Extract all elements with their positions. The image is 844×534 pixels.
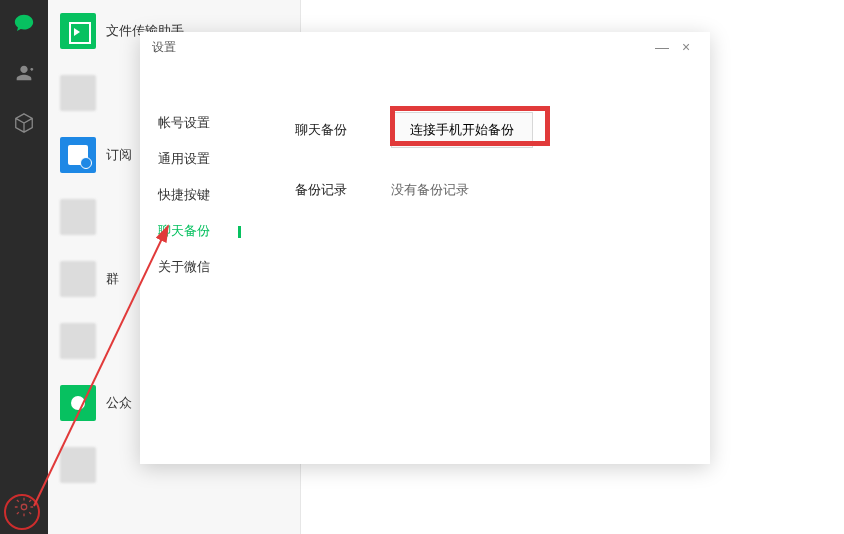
panel-row-backup: 聊天备份 连接手机开始备份 [295,112,710,148]
nav-rail [0,0,48,534]
avatar-blurred [60,199,96,235]
settings-dialog: 设置 — × 帐号设置 通用设置 快捷按键 聊天备份 关于微信 聊天备份 连接手… [140,32,710,464]
favorites-icon[interactable] [13,112,35,138]
backup-history-label: 备份记录 [295,181,359,199]
connect-phone-backup-button[interactable]: 连接手机开始备份 [391,112,533,148]
settings-side-menu: 帐号设置 通用设置 快捷按键 聊天备份 关于微信 [140,62,235,460]
avatar-file-transfer [60,13,96,49]
gear-highlight-annotation [4,494,40,530]
settings-menu-about[interactable]: 关于微信 [158,256,235,278]
backup-label: 聊天备份 [295,121,359,139]
settings-panel: 聊天备份 连接手机开始备份 备份记录 没有备份记录 [235,62,710,460]
avatar-official-account [60,385,96,421]
dialog-title: 设置 [152,39,176,56]
avatar-blurred [60,261,96,297]
avatar-subscription [60,137,96,173]
dialog-header: 设置 — × [140,32,710,62]
close-button[interactable]: × [674,35,698,59]
panel-row-history: 备份记录 没有备份记录 [295,172,710,208]
chat-icon[interactable] [13,12,35,38]
settings-menu-shortcuts[interactable]: 快捷按键 [158,184,235,206]
backup-history-value: 没有备份记录 [391,181,469,199]
contacts-icon[interactable] [13,62,35,88]
avatar-blurred [60,447,96,483]
settings-menu-general[interactable]: 通用设置 [158,148,235,170]
dialog-body: 帐号设置 通用设置 快捷按键 聊天备份 关于微信 聊天备份 连接手机开始备份 备… [140,62,710,460]
avatar-blurred [60,323,96,359]
avatar-blurred [60,75,96,111]
settings-menu-chat-backup[interactable]: 聊天备份 [158,220,235,242]
minimize-button[interactable]: — [650,35,674,59]
chat-item-label: 群 [106,270,119,288]
chat-item-label: 公众 [106,394,132,412]
chat-item-label: 订阅 [106,146,132,164]
settings-menu-account[interactable]: 帐号设置 [158,112,235,134]
